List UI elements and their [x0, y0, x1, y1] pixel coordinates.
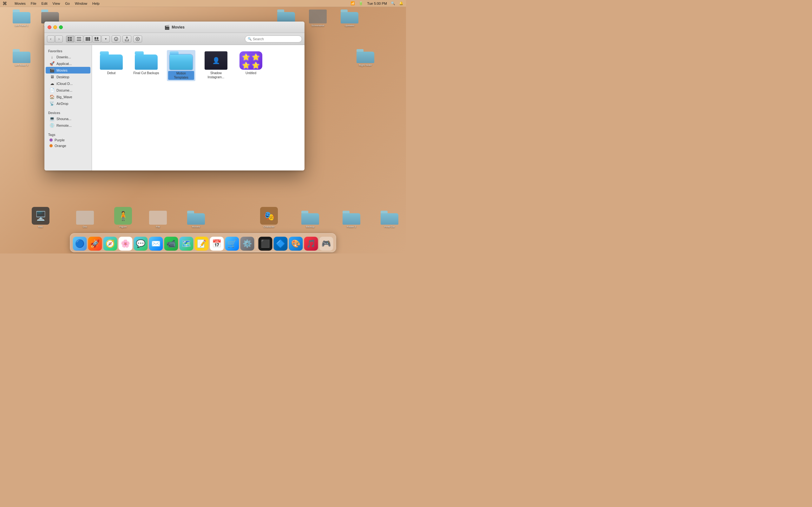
- dock-vscode[interactable]: 🔷: [274, 237, 288, 250]
- sidebar-item-applications[interactable]: 🚀 Applicat...: [46, 60, 90, 67]
- file-item-finalcut[interactable]: Final Cut Backups: [132, 50, 160, 81]
- dock-music[interactable]: 🎵: [304, 237, 318, 250]
- svg-rect-1: [70, 37, 72, 39]
- desktop-icon[interactable]: Left folder 2: [13, 49, 31, 66]
- desktop-icon[interactable]: Folder 2: [343, 211, 360, 228]
- dock-finder[interactable]: 🔵: [73, 237, 87, 250]
- desktop-icon[interactable]: File: [149, 211, 167, 228]
- bigwave-icon: 🏠: [49, 95, 55, 99]
- view-options-button[interactable]: ▾: [101, 36, 110, 43]
- desktop-icon[interactable]: 🎭 Character: [260, 207, 278, 228]
- search-box[interactable]: 🔍: [245, 36, 302, 43]
- shadow-thumbnail: 👤: [205, 51, 227, 70]
- desktop-icon[interactable]: 🧍 Figure: [114, 207, 132, 228]
- nav-buttons: ‹ ›: [47, 36, 63, 43]
- menu-view[interactable]: View: [53, 2, 60, 5]
- sidebar-label-documents: Docume...: [56, 89, 72, 92]
- sidebar-item-desktop[interactable]: 🖥 Desktop: [46, 73, 90, 80]
- svg-rect-7: [86, 37, 87, 41]
- menu-window[interactable]: Window: [75, 2, 87, 5]
- sidebar-item-remote[interactable]: 💿 Remote...: [46, 122, 90, 129]
- motion-label: Motion Templates: [168, 71, 194, 80]
- file-item-debut[interactable]: Debut: [97, 50, 125, 81]
- sidebar-label-remote: Remote...: [56, 124, 72, 127]
- svg-point-14: [116, 38, 116, 39]
- minimize-button[interactable]: [53, 25, 57, 29]
- share-button[interactable]: [122, 36, 131, 43]
- dock-appstore[interactable]: 🛒: [225, 237, 239, 250]
- svg-rect-15: [116, 39, 116, 40]
- forward-button[interactable]: ›: [55, 36, 63, 43]
- menu-go[interactable]: Go: [65, 2, 70, 5]
- finalcut-folder-icon: [135, 51, 158, 70]
- column-view-button[interactable]: [84, 36, 92, 43]
- sidebar-item-icloud[interactable]: ☁ iCloud D...: [46, 80, 90, 87]
- menu-finder[interactable]: Movies: [14, 2, 26, 5]
- desktop-icon[interactable]: Doc: [76, 211, 94, 228]
- dock-launchpad[interactable]: 🚀: [88, 237, 102, 250]
- desktop-icon[interactable]: Final Cut: [380, 211, 398, 228]
- desktop-icon[interactable]: Movies: [187, 211, 205, 228]
- dock-photos[interactable]: 🌸: [119, 237, 133, 250]
- menu-file[interactable]: File: [31, 2, 37, 5]
- apple-menu[interactable]: ⌘: [3, 1, 7, 6]
- dock-extras[interactable]: 🎮: [319, 237, 334, 250]
- dock-facetime[interactable]: 📹: [164, 237, 178, 250]
- window-title-icon: 🎬: [164, 25, 170, 30]
- menubar-spotlight[interactable]: 🔍: [391, 1, 395, 5]
- sidebar-item-downloads[interactable]: ↓ Downlo...: [46, 54, 90, 60]
- airdrop-icon: 📡: [49, 101, 55, 106]
- menu-edit[interactable]: Edit: [42, 2, 48, 5]
- file-area[interactable]: Debut Final Cut Backups Motion Templates: [92, 45, 305, 170]
- desktop-icon[interactable]: Right folder: [357, 49, 374, 66]
- dock-mail[interactable]: ✉️: [149, 237, 163, 250]
- sidebar-item-airdrop[interactable]: 📡 AirDrop: [46, 100, 90, 107]
- untitled-label: Untitled: [246, 71, 256, 75]
- sidebar-label-downloads: Downlo...: [56, 55, 71, 59]
- sidebar-item-documents[interactable]: 📄 Docume...: [46, 87, 90, 94]
- menu-help[interactable]: Help: [92, 2, 100, 5]
- downloads-icon: ↓: [49, 55, 55, 59]
- purple-tag-dot: [49, 138, 53, 142]
- sidebar-item-orange-tag[interactable]: Orange: [46, 143, 90, 149]
- dock-photoshop[interactable]: 🎨: [289, 237, 303, 250]
- dock-systemprefs[interactable]: ⚙️: [241, 237, 254, 250]
- menubar-notification[interactable]: 🔔: [399, 1, 403, 5]
- icon-view-button[interactable]: [66, 36, 74, 43]
- svg-rect-0: [68, 37, 69, 39]
- dock-safari[interactable]: 🧭: [103, 237, 117, 250]
- orange-tag-dot: [49, 144, 53, 147]
- remote-icon: 💿: [49, 123, 55, 128]
- action-button[interactable]: [112, 36, 120, 43]
- desktop-icon[interactable]: Screenshot: [309, 9, 327, 27]
- desktop-icon[interactable]: Backup: [301, 211, 319, 228]
- file-item-untitled[interactable]: ⭐ ⭐ ⭐ ⭐ Untitled: [237, 50, 265, 81]
- title-bar: 🎬 Movies: [44, 21, 305, 33]
- file-item-shadow[interactable]: 👤 ShadowInstagram...: [202, 50, 230, 81]
- file-item-motion[interactable]: Motion Templates: [167, 50, 195, 81]
- desktop-icon[interactable]: Left Panel 1: [13, 9, 31, 27]
- maximize-button[interactable]: [59, 25, 63, 29]
- sidebar-label-movies: Movies: [56, 68, 67, 72]
- svg-rect-12: [95, 40, 99, 41]
- dock-notes[interactable]: 📝: [195, 237, 209, 250]
- dock-messages[interactable]: 💬: [134, 237, 148, 250]
- dock: 🔵 🚀 🧭 🌸 💬 ✉️ 📹 🗺️ 📝 📅 🛒 ⚙️ ⬛ 🔷 🎨 🎵: [70, 233, 336, 252]
- sidebar-item-purple-tag[interactable]: Purple: [46, 137, 90, 143]
- search-input[interactable]: [253, 37, 299, 41]
- sidebar-item-movies[interactable]: 🎬 Movies: [46, 67, 90, 73]
- desktop-icon-sidebar: 🖥: [49, 74, 55, 79]
- list-view-button[interactable]: [75, 36, 83, 43]
- dock-terminal[interactable]: ⬛: [258, 237, 272, 250]
- tag-button[interactable]: [133, 36, 142, 43]
- sidebar-item-bigwave[interactable]: 🏠 Big_Wave: [46, 94, 90, 100]
- search-icon: 🔍: [248, 37, 252, 41]
- sidebar-item-shouna[interactable]: 💻 Shouna...: [46, 115, 90, 122]
- gallery-view-button[interactable]: [93, 36, 101, 43]
- close-button[interactable]: [48, 25, 51, 29]
- back-button[interactable]: ‹: [47, 36, 55, 43]
- dock-calendar[interactable]: 📅: [210, 237, 224, 250]
- desktop-icon[interactable]: 🖥️ Mac: [32, 207, 49, 228]
- desktop-icon[interactable]: Updates: [341, 9, 358, 27]
- dock-maps[interactable]: 🗺️: [180, 237, 194, 250]
